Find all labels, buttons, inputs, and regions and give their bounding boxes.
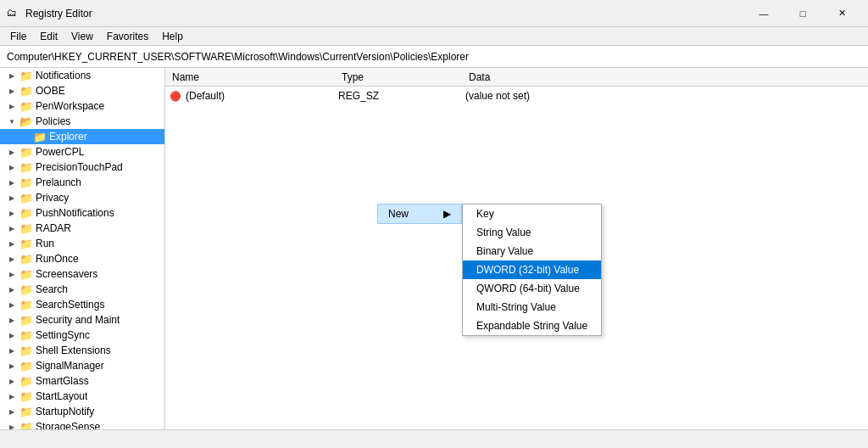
folder-icon: 📁 <box>19 344 33 356</box>
folder-icon: 📁 <box>19 390 33 402</box>
registry-icon: 🔴 <box>169 89 182 103</box>
tree-label: SearchSettings <box>36 299 104 311</box>
tree-label: SettingSync <box>36 329 90 341</box>
expand-arrow <box>7 70 17 81</box>
expand-arrow <box>7 315 17 325</box>
tree-label: RADAR <box>36 222 71 234</box>
tree-label: PenWorkspace <box>36 100 104 112</box>
folder-icon: 📁 <box>19 222 33 234</box>
maximize-button[interactable]: □ <box>783 0 822 27</box>
folder-icon: 📁 <box>33 131 47 143</box>
folder-icon: 📁 <box>19 406 33 417</box>
menu-item-qword[interactable]: QWORD (64-bit) Value <box>463 279 601 298</box>
menu-view[interactable]: View <box>64 29 100 44</box>
expand-arrow <box>7 361 17 371</box>
tree-item-radar[interactable]: 📁 RADAR <box>0 221 164 236</box>
expand-arrow <box>7 345 17 356</box>
folder-icon: 📁 <box>19 207 33 219</box>
tree-item-penworkspace[interactable]: 📁 PenWorkspace <box>0 98 164 114</box>
tree-label: SignalManager <box>36 360 104 372</box>
tree-label: Run <box>36 238 54 249</box>
tree-item-policies[interactable]: 📂 Policies <box>0 114 164 129</box>
expand-arrow <box>7 422 17 429</box>
tree-item-explorer[interactable]: 📁 Explorer <box>0 129 164 144</box>
menu-item-key[interactable]: Key <box>463 204 601 223</box>
tree-item-privacy[interactable]: 📁 Privacy <box>0 190 164 205</box>
expand-arrow <box>7 193 17 203</box>
tree-item-signalmanager[interactable]: 📁 SignalManager <box>0 358 164 373</box>
expand-arrow <box>7 177 17 188</box>
tree-item-searchsettings[interactable]: 📁 SearchSettings <box>0 297 164 312</box>
folder-icon: 📁 <box>19 253 33 265</box>
tree-label: StartupNotify <box>36 406 94 417</box>
col-header-name: Name <box>169 71 338 83</box>
tree-item-pushnotifications[interactable]: 📁 PushNotifications <box>0 205 164 221</box>
menu-file[interactable]: File <box>3 29 33 44</box>
tree-item-settingsync[interactable]: 📁 SettingSync <box>0 328 164 343</box>
tree-label: Privacy <box>36 192 69 204</box>
window-controls: — □ ✕ <box>744 0 861 27</box>
col-header-type: Type <box>338 71 465 83</box>
context-menu-area: New ▶ Key String Value Binary Value DWOR… <box>377 204 462 224</box>
menu-item-expandable-string[interactable]: Expandable String Value <box>463 316 601 335</box>
folder-icon: 📁 <box>19 192 33 204</box>
folder-icon: 📁 <box>19 375 33 387</box>
tree-item-startupnotify[interactable]: 📁 StartupNotify <box>0 404 164 419</box>
tree-label: StorageSense <box>36 421 100 429</box>
minimize-button[interactable]: — <box>744 0 783 27</box>
folder-icon: 📁 <box>19 268 33 280</box>
dropdown-menu: Key String Value Binary Value DWORD (32-… <box>462 204 602 336</box>
expand-arrow <box>7 269 17 279</box>
expand-arrow <box>7 116 17 126</box>
tree-item-security[interactable]: 📁 Security and Maint <box>0 312 164 328</box>
menu-item-multi-string[interactable]: Multi-String Value <box>463 298 601 316</box>
folder-icon: 📁 <box>19 299 33 311</box>
title-bar: 🗂 Registry Editor — □ ✕ <box>0 0 868 27</box>
tree-item-prelaunch[interactable]: 📁 Prelaunch <box>0 175 164 190</box>
menu-favorites[interactable]: Favorites <box>100 29 155 44</box>
tree-label: RunOnce <box>36 253 79 265</box>
tree-label: OOBE <box>36 85 65 97</box>
tree-item-runonce[interactable]: 📁 RunOnce <box>0 251 164 266</box>
expand-arrow <box>7 223 17 233</box>
tree-item-startlayout[interactable]: 📁 StartLayout <box>0 389 164 404</box>
menu-item-binary-value[interactable]: Binary Value <box>463 242 601 260</box>
close-button[interactable]: ✕ <box>822 0 861 27</box>
tree-item-smartglass[interactable]: 📁 SmartGlass <box>0 373 164 389</box>
tree-panel[interactable]: 📁 Notifications 📁 OOBE 📁 PenWorkspace 📂 … <box>0 68 165 429</box>
tree-item-search[interactable]: 📁 Search <box>0 282 164 297</box>
expand-arrow <box>7 147 17 157</box>
tree-item-screensavers[interactable]: 📁 Screensavers <box>0 266 164 282</box>
folder-icon: 📁 <box>19 421 33 429</box>
tree-item-notifications[interactable]: 📁 Notifications <box>0 68 164 83</box>
folder-icon: 📂 <box>19 115 33 127</box>
app-icon: 🗂 <box>7 7 20 20</box>
menu-item-dword[interactable]: DWORD (32-bit) Value <box>463 260 601 279</box>
folder-icon: 📁 <box>19 70 33 81</box>
tree-item-oobe[interactable]: 📁 OOBE <box>0 83 164 98</box>
folder-icon: 📁 <box>19 329 33 341</box>
tree-item-shellextensions[interactable]: 📁 Shell Extensions <box>0 343 164 358</box>
title-bar-text: Registry Editor <box>25 8 744 20</box>
new-submenu-trigger[interactable]: New ▶ <box>377 204 462 224</box>
folder-icon: 📁 <box>19 100 33 112</box>
tree-label: Notifications <box>36 70 91 81</box>
tree-item-run[interactable]: 📁 Run <box>0 236 164 251</box>
expand-arrow <box>7 300 17 310</box>
menu-bar: File Edit View Favorites Help <box>0 27 868 46</box>
menu-item-string-value[interactable]: String Value <box>463 223 601 242</box>
expand-arrow <box>7 101 17 111</box>
tree-item-storagesense[interactable]: 📁 StorageSense <box>0 419 164 429</box>
folder-icon: 📁 <box>19 176 33 188</box>
menu-help[interactable]: Help <box>155 29 190 44</box>
tree-label: SmartGlass <box>36 375 89 387</box>
expand-arrow <box>7 406 17 417</box>
tree-item-precisiontouchpad[interactable]: 📁 PrecisionTouchPad <box>0 160 164 175</box>
tree-item-powercpl[interactable]: 📁 PowerCPL <box>0 144 164 160</box>
expand-arrow <box>7 254 17 264</box>
table-row[interactable]: 🔴 (Default) REG_SZ (value not set) <box>165 88 868 104</box>
new-label: New <box>388 208 409 220</box>
menu-edit[interactable]: Edit <box>33 29 64 44</box>
tree-label: PushNotifications <box>36 207 114 219</box>
folder-icon: 📁 <box>19 161 33 173</box>
